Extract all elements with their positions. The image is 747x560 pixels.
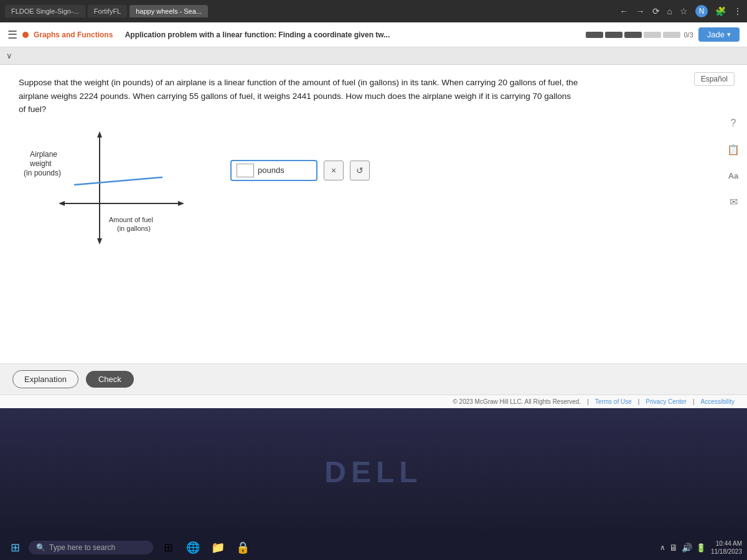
taskbar-apps: ⊞ 🌐 📁 🔒 bbox=[157, 536, 656, 559]
taskbar-right-icons: ∧ 🖥 🔊 🔋 bbox=[660, 543, 706, 553]
user-icon[interactable]: N bbox=[695, 5, 708, 17]
taskbar-right: ∧ 🖥 🔊 🔋 10:44 AM 11/18/2023 bbox=[660, 539, 742, 556]
hamburger-menu[interactable]: ☰ bbox=[7, 28, 17, 42]
taskbar-app-3[interactable]: 📁 bbox=[207, 536, 229, 559]
taskbar-app-4[interactable]: 🔒 bbox=[232, 536, 254, 559]
tab-fldoe[interactable]: FLDOE Single-Sign-... bbox=[5, 5, 85, 17]
progress-label: 0/3 bbox=[684, 31, 693, 39]
collapse-row: ∨ bbox=[0, 47, 747, 65]
footer-copyright: © 2023 McGraw Hill LLC. All Rights Reser… bbox=[453, 398, 581, 405]
nav-back-icon[interactable]: ← bbox=[620, 6, 629, 16]
progress-seg-1 bbox=[586, 32, 603, 38]
footer-accessibility-link[interactable]: Accessibility bbox=[701, 398, 735, 405]
graph-answer-row: Airplane weight (in pounds) bbox=[19, 123, 728, 259]
footer-separator-1: | bbox=[587, 398, 589, 405]
brand-dot bbox=[22, 32, 29, 38]
dell-area: DELL bbox=[0, 408, 747, 535]
problem-title: Application problem with a linear functi… bbox=[125, 30, 581, 39]
taskbar-network-icon[interactable]: 🖥 bbox=[669, 543, 678, 553]
footer-separator-2: | bbox=[638, 398, 640, 405]
taskbar-chevron-icon[interactable]: ∧ bbox=[660, 543, 665, 552]
tab-happy-wheels[interactable]: happy wheels - Sea... bbox=[129, 5, 208, 17]
graph-y-label3: (in pounds) bbox=[24, 169, 61, 177]
bottom-buttons: Explanation Check bbox=[0, 363, 747, 394]
footer-privacy-link[interactable]: Privacy Center bbox=[646, 398, 687, 405]
progress-seg-4 bbox=[644, 32, 661, 38]
taskbar-app-icon-4: 🔒 bbox=[236, 541, 250, 554]
taskbar-app-icon-2: 🌐 bbox=[186, 541, 200, 554]
message-icon[interactable]: ✉ bbox=[725, 193, 742, 210]
main-content: ☰ Graphs and Functions Application probl… bbox=[0, 22, 747, 408]
progress-segments bbox=[586, 32, 680, 38]
graph-x-label1: Amount of fuel bbox=[109, 216, 153, 223]
svg-marker-5 bbox=[59, 201, 65, 206]
svg-marker-3 bbox=[178, 201, 184, 206]
windows-start-button[interactable]: ⊞ bbox=[5, 538, 25, 558]
star-icon[interactable]: ☆ bbox=[680, 6, 688, 16]
taskbar-app-icon-3: 📁 bbox=[211, 541, 225, 554]
brand-title: Graphs and Functions bbox=[34, 30, 113, 39]
clear-answer-button[interactable]: × bbox=[324, 161, 344, 180]
browser-icons: ← → ⟳ ⌂ ☆ N 🧩 ⋮ bbox=[620, 5, 742, 17]
check-button[interactable]: Check bbox=[86, 371, 134, 388]
extensions-icon[interactable]: 🧩 bbox=[715, 6, 726, 16]
footer-bar: © 2023 McGraw Hill LLC. All Rights Reser… bbox=[0, 394, 747, 408]
answer-row: pounds × ↺ bbox=[230, 160, 370, 181]
taskbar-search-icon: 🔍 bbox=[36, 543, 45, 552]
undo-answer-button[interactable]: ↺ bbox=[350, 161, 370, 180]
problem-line1: Suppose that the weight (in pounds) of a… bbox=[19, 78, 578, 87]
taskbar-app-icon-1: ⊞ bbox=[164, 541, 173, 554]
browser-bar: FLDOE Single-Sign-... FortifyFL happy wh… bbox=[0, 0, 747, 22]
dell-logo: DELL bbox=[324, 455, 422, 489]
answer-unit-label: pounds bbox=[258, 166, 284, 175]
home-icon[interactable]: ⌂ bbox=[667, 6, 672, 16]
taskbar-volume-icon[interactable]: 🔊 bbox=[682, 543, 692, 553]
taskbar: ⊞ 🔍 Type here to search ⊞ 🌐 📁 🔒 ∧ 🖥 🔊 🔋 … bbox=[0, 535, 747, 560]
svg-line-8 bbox=[75, 177, 162, 185]
nav-separator bbox=[118, 30, 120, 39]
footer-separator-3: | bbox=[693, 398, 695, 405]
taskbar-app-2[interactable]: 🌐 bbox=[182, 536, 204, 559]
date-display: 11/18/2023 bbox=[711, 548, 742, 556]
taskbar-battery-icon[interactable]: 🔋 bbox=[696, 543, 706, 553]
taskbar-search-label: Type here to search bbox=[49, 543, 115, 552]
jade-user-button[interactable]: Jade bbox=[698, 27, 740, 42]
windows-logo-icon: ⊞ bbox=[11, 541, 20, 554]
problem-text: Suppose that the weight (in pounds) of a… bbox=[19, 76, 579, 116]
browser-tabs: FLDOE Single-Sign-... FortifyFL happy wh… bbox=[5, 5, 615, 17]
svg-marker-1 bbox=[97, 131, 102, 138]
progress-seg-2 bbox=[605, 32, 622, 38]
progress-seg-3 bbox=[624, 32, 642, 38]
taskbar-app-1[interactable]: ⊞ bbox=[157, 536, 179, 559]
progress-container: 0/3 bbox=[586, 31, 693, 39]
time-display: 10:44 AM bbox=[711, 539, 742, 548]
right-sidebar: ? 📋 Aa ✉ bbox=[725, 114, 742, 210]
problem-line2: airplane weighs 2224 pounds. When carryi… bbox=[19, 91, 571, 114]
collapse-arrow-icon[interactable]: ∨ bbox=[6, 51, 12, 60]
graph-svg: Airplane weight (in pounds) bbox=[19, 123, 205, 259]
top-nav: ☰ Graphs and Functions Application probl… bbox=[0, 22, 747, 47]
font-size-icon[interactable]: Aa bbox=[725, 167, 742, 184]
graph-y-label2: weight bbox=[29, 159, 52, 168]
footer-terms-link[interactable]: Terms of Use bbox=[595, 398, 632, 405]
reload-icon[interactable]: ⟳ bbox=[652, 6, 660, 16]
nav-forward-icon[interactable]: → bbox=[636, 6, 645, 16]
taskbar-search-box[interactable]: 🔍 Type here to search bbox=[29, 541, 153, 554]
graph-y-label1: Airplane bbox=[30, 150, 57, 159]
taskbar-time[interactable]: 10:44 AM 11/18/2023 bbox=[711, 539, 742, 556]
graph-x-label2: (in gallons) bbox=[117, 225, 151, 232]
answer-input-wrapper: pounds bbox=[230, 160, 317, 181]
calculator-icon[interactable]: 📋 bbox=[725, 141, 742, 158]
help-question-icon[interactable]: ? bbox=[725, 114, 742, 132]
tab-fortifyfl[interactable]: FortifyFL bbox=[88, 5, 127, 17]
answer-input[interactable] bbox=[237, 164, 254, 177]
svg-marker-7 bbox=[97, 238, 102, 245]
espanol-button[interactable]: Español bbox=[694, 72, 735, 86]
graph-container: Airplane weight (in pounds) bbox=[19, 123, 205, 259]
explanation-button[interactable]: Explanation bbox=[12, 370, 78, 388]
problem-area: Español ? 📋 Aa ✉ Suppose that the weight… bbox=[0, 65, 747, 363]
progress-seg-5 bbox=[663, 32, 680, 38]
menu-icon[interactable]: ⋮ bbox=[733, 6, 742, 16]
